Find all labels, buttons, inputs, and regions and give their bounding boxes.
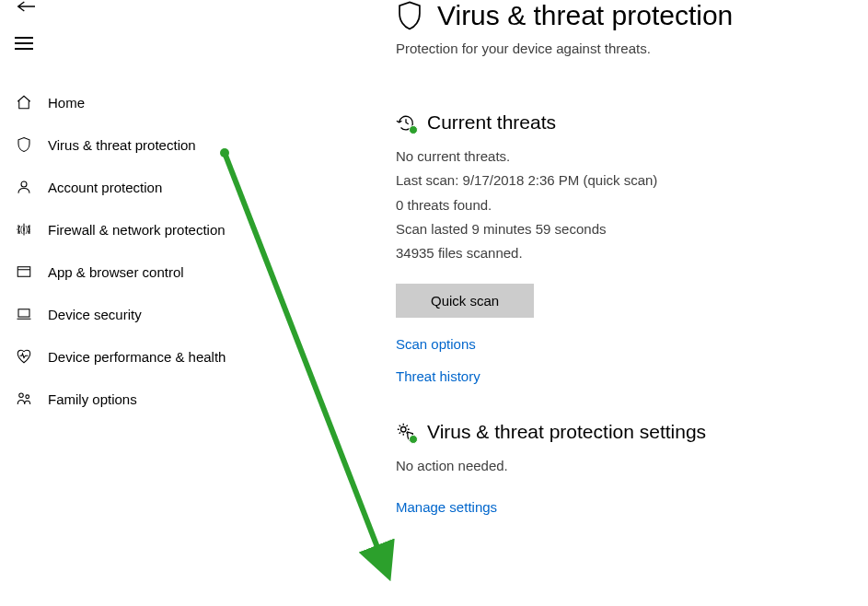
scan-options-link[interactable]: Scan options [396,336,831,352]
family-icon [15,390,33,408]
sidebar-item-home[interactable]: Home [0,81,350,123]
sidebar-item-label: Account protection [48,180,162,195]
main-content: Virus & threat protection Protection for… [350,0,868,606]
threat-history-link[interactable]: Threat history [396,368,831,384]
quick-scan-button[interactable]: Quick scan [396,284,534,318]
nav-list: Home Virus & threat protection Account p… [0,81,350,420]
home-icon [15,93,33,111]
threats-found-count: 0 threats found. [396,193,831,217]
sidebar: Home Virus & threat protection Account p… [0,0,350,606]
sidebar-item-label: Firewall & network protection [48,222,226,238]
svg-rect-3 [17,267,30,277]
svg-text:((: (( [17,226,23,234]
window-icon [15,262,33,281]
last-scan-info: Last scan: 9/17/2018 2:36 PM (quick scan… [396,169,831,192]
sidebar-item-virus-threat[interactable]: Virus & threat protection [0,123,350,166]
scan-duration: Scan lasted 9 minutes 59 seconds [396,217,831,241]
sidebar-item-performance[interactable]: Device performance & health [0,335,350,378]
page-title: Virus & threat protection [437,0,733,31]
section-title: Virus & threat protection settings [427,421,706,443]
sidebar-item-label: Device security [48,307,142,322]
sidebar-item-firewall[interactable]: (()) Firewall & network protection [0,208,350,251]
hamburger-menu-button[interactable] [0,37,350,81]
sidebar-item-label: Home [48,95,85,111]
svg-text:)): )) [26,226,31,234]
svg-point-6 [19,393,24,398]
svg-rect-5 [18,309,29,317]
sidebar-item-label: Family options [48,391,137,407]
protection-settings-section: Virus & threat protection settings No ac… [396,421,831,514]
svg-point-0 [21,181,27,187]
manage-settings-link[interactable]: Manage settings [396,499,831,515]
sidebar-item-family[interactable]: Family options [0,378,350,420]
sidebar-item-label: Device performance & health [48,349,226,365]
page-header: Virus & threat protection [396,0,831,31]
history-shield-icon [396,112,416,133]
sidebar-item-label: Virus & threat protection [48,137,196,153]
page-subtitle: Protection for your device against threa… [396,41,831,56]
current-threats-section: Current threats No current threats. Last… [396,111,831,384]
back-button[interactable] [0,0,350,33]
sidebar-item-device-security[interactable]: Device security [0,293,350,335]
files-scanned-count: 34935 files scanned. [396,241,831,265]
signal-icon: (()) [15,220,33,239]
threats-status: No current threats. [396,145,831,169]
sidebar-item-account[interactable]: Account protection [0,166,350,208]
svg-point-7 [26,395,29,399]
shield-icon [396,0,423,31]
person-icon [15,178,33,196]
sidebar-item-label: App & browser control [48,264,184,280]
settings-status: No action needed. [396,454,831,478]
svg-point-8 [401,427,407,433]
heart-icon [15,347,33,366]
shield-icon [15,135,33,154]
gear-shield-icon [396,422,416,442]
laptop-icon [15,305,33,323]
section-title: Current threats [427,111,556,134]
sidebar-item-app-browser[interactable]: App & browser control [0,251,350,293]
